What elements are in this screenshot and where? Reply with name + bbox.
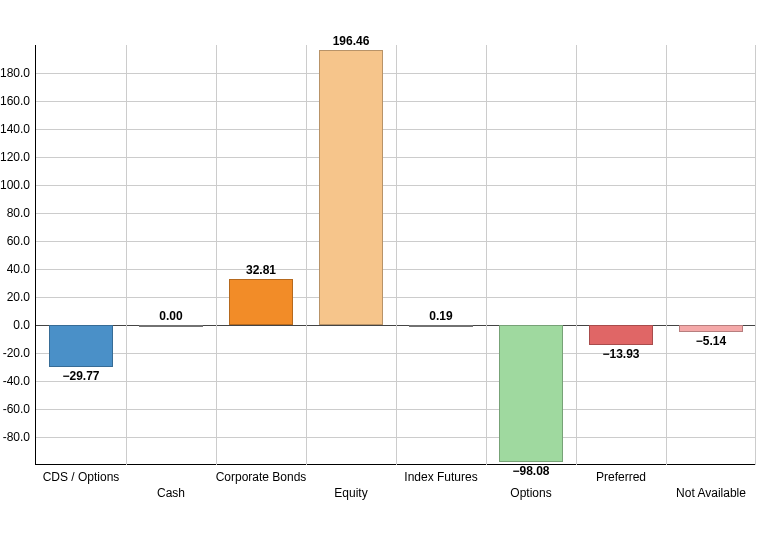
bar-value-label: −13.93	[602, 347, 639, 361]
gridline-v	[576, 45, 577, 465]
x-tick-label: CDS / Options	[43, 470, 120, 484]
gridline-v	[216, 45, 217, 465]
bar	[499, 325, 564, 462]
x-tick-label: Cash	[157, 486, 185, 500]
y-tick-label: 120.0	[0, 150, 30, 164]
y-tick-label: -20.0	[3, 346, 30, 360]
bar-value-label: −29.77	[62, 369, 99, 383]
bar-value-label: 0.19	[429, 309, 452, 323]
bar	[49, 325, 114, 367]
bar	[679, 325, 744, 332]
gridline-v	[666, 45, 667, 465]
bar-value-label: −5.14	[696, 334, 726, 348]
x-tick-label: Options	[510, 486, 551, 500]
y-tick-label: 100.0	[0, 178, 30, 192]
gridline-v	[486, 45, 487, 465]
bar-value-label: 196.46	[333, 34, 370, 48]
bar-value-label: −98.08	[512, 464, 549, 478]
y-tick-label: 180.0	[0, 66, 30, 80]
bar-value-label: 0.00	[159, 309, 182, 323]
bar	[409, 325, 474, 327]
x-tick-label: Index Futures	[404, 470, 477, 484]
x-tick-label: Not Available	[676, 486, 746, 500]
y-tick-label: -40.0	[3, 374, 30, 388]
gridline-v	[126, 45, 127, 465]
bar	[589, 325, 654, 345]
bar	[319, 50, 384, 325]
y-tick-label: -60.0	[3, 402, 30, 416]
y-tick-label: 40.0	[7, 262, 30, 276]
y-tick-label: -80.0	[3, 430, 30, 444]
x-tick-label: Equity	[334, 486, 367, 500]
gridline-v	[396, 45, 397, 465]
y-tick-label: 20.0	[7, 290, 30, 304]
gridline-v	[755, 45, 756, 465]
bar-value-label: 32.81	[246, 263, 276, 277]
bar	[229, 279, 294, 325]
y-tick-label: 160.0	[0, 94, 30, 108]
bar-chart: -80.0-60.0-40.0-20.00.020.040.060.080.01…	[35, 45, 755, 465]
x-tick-label: Corporate Bonds	[216, 470, 307, 484]
x-tick-label: Preferred	[596, 470, 646, 484]
y-tick-label: 140.0	[0, 122, 30, 136]
gridline-v	[306, 45, 307, 465]
y-tick-label: 0.0	[13, 318, 30, 332]
plot-area: -80.0-60.0-40.0-20.00.020.040.060.080.01…	[35, 45, 755, 465]
y-tick-label: 60.0	[7, 234, 30, 248]
y-tick-label: 80.0	[7, 206, 30, 220]
bar	[139, 325, 204, 327]
